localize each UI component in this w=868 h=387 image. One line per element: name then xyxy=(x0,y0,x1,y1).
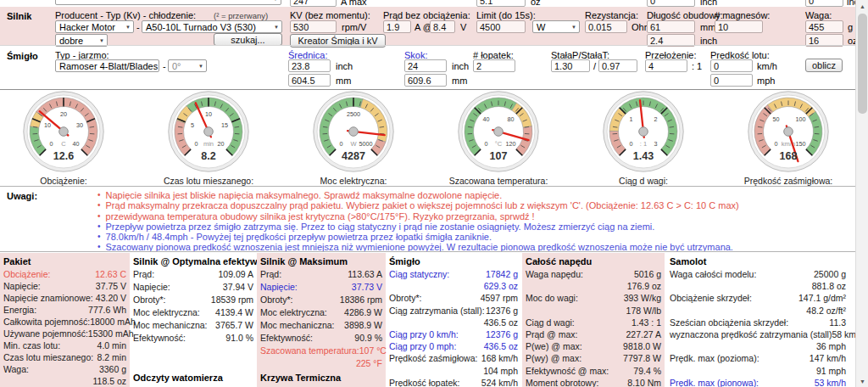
note-text: Prąd maksymalny przekracza dopuszczalny … xyxy=(106,200,739,210)
panel-row: Napięcie:37.73 V xyxy=(260,282,382,292)
manufacturer-select[interactable]: Hacker Motor▼ xyxy=(55,20,134,33)
panel-row-label: Używane pojemność: xyxy=(3,328,88,339)
motor-type-select[interactable]: A50-10L Turnado V3 (530)▼ xyxy=(142,20,282,33)
panel-title: Samolot xyxy=(670,256,706,266)
panel-row-value: 436.5 oz xyxy=(484,341,518,351)
gauge-electric-power-label: Moc elektryczna: xyxy=(281,176,426,186)
scroll-up-icon[interactable]: ▲ xyxy=(857,0,868,12)
panel-row-label: Obciążenie: xyxy=(3,269,50,279)
interrupted-note: (² = przerwany) xyxy=(214,11,268,20)
panel-row: Waga całości modelu:25000 g xyxy=(670,269,846,279)
panel-row: Prędkość zaśmigłowa:168 km/h xyxy=(389,353,518,363)
note-text: przewidywana temperatura obudowy silnika… xyxy=(106,211,535,222)
power-limit-input[interactable] xyxy=(476,20,526,33)
panel-row: Używane pojemność:15300 mAh xyxy=(3,328,126,339)
kv-input[interactable] xyxy=(290,20,337,33)
noload-current-input[interactable] xyxy=(383,20,411,33)
panel-row: 36 mph xyxy=(670,341,846,351)
magnet-count-input[interactable] xyxy=(715,20,763,33)
kv-unit: rpm/V xyxy=(342,22,366,32)
gauge-tick-label: 40 xyxy=(483,115,490,123)
diameter-inch-input[interactable] xyxy=(288,59,331,72)
gauge-tick-label: 100 xyxy=(795,115,805,123)
panel-row-label: Prąd: xyxy=(133,269,154,279)
gauge-tick-label: 0 xyxy=(630,140,633,148)
panel-row: Całkowita pojemność:18000 mAh xyxy=(3,317,126,327)
calc-button[interactable]: oblicz xyxy=(805,59,843,72)
prop-type-select[interactable]: Ramoser 4-Blatt/Blades▼ xyxy=(55,59,159,72)
gauge-tick-label: 30 xyxy=(76,121,83,129)
chevron-down-icon: ▼ xyxy=(274,25,279,30)
gauge-mixed-flight-time: 05101520min8.2 xyxy=(163,90,254,172)
panel-row-label: Prąd: xyxy=(260,269,281,279)
panel-row: Waga napędu:5016 g xyxy=(526,269,661,279)
section-divider xyxy=(0,251,855,252)
panel-row: Napięcie:37.94 V xyxy=(133,282,253,292)
pitch-mm-input[interactable] xyxy=(404,74,447,87)
section-divider xyxy=(0,45,855,46)
panel-row-value: 12376 g xyxy=(486,306,518,316)
previous-row-length-input[interactable] xyxy=(647,0,695,7)
gear-ratio-suffix: : 1 xyxy=(692,61,702,71)
gauge-tick-label: 0 xyxy=(340,140,343,148)
search-button[interactable]: szukaj... xyxy=(214,33,282,46)
note-item: •przewidywana temperatura obudowy silnik… xyxy=(97,211,739,222)
note-item: •Prąd maksymalny przekracza dopuszczalny… xyxy=(97,200,739,210)
pitch-inch-unit: inch xyxy=(452,61,469,71)
previous-row-weight-input[interactable] xyxy=(476,0,526,7)
panel-row-label: Napięcie znamionowe: xyxy=(3,293,93,303)
noload-voltage-unit: V xyxy=(460,22,466,32)
case-length-mm-input[interactable] xyxy=(647,20,695,33)
panel-row: 178 W/lb xyxy=(526,306,661,316)
panel-row-value: 37.75 V xyxy=(96,281,126,291)
panel-row-label: Prędk. max (pionowa): xyxy=(670,378,759,387)
yoke-select[interactable]: 0°▼ xyxy=(168,59,207,72)
gear-ratio-input[interactable] xyxy=(645,59,687,72)
note-text: Przepływ powietrza przez śmigło zatrzyma… xyxy=(106,222,655,232)
panel-row-value: 107 °C xyxy=(359,345,387,356)
previous-row-current-input[interactable] xyxy=(290,0,337,7)
gauge-unit: W xyxy=(350,140,357,148)
previous-row-select[interactable]: ▼ xyxy=(55,0,281,5)
panel-row: 881.8 oz xyxy=(670,281,846,291)
gauge-tick-label: 15 xyxy=(221,121,228,129)
panel-row-value: 43.20 V xyxy=(96,293,126,303)
manufacturer-type-label: Producent - Typ (Kv) - chłodzenie: xyxy=(55,10,196,20)
bullet-icon: • xyxy=(97,232,101,242)
panel-row-label: Całkowita pojemność: xyxy=(3,317,90,327)
pitch-inch-input[interactable] xyxy=(404,59,447,72)
panel-row-value: 3765.7 W xyxy=(215,320,253,330)
prop-const-input[interactable] xyxy=(551,59,590,72)
gauge-electric-power: 025005000W4287 xyxy=(308,90,399,172)
gauge-load-label: Obciążenie: xyxy=(0,176,136,186)
panel-row-value: 53 km/h xyxy=(815,378,846,387)
blade-count-input[interactable] xyxy=(473,59,515,72)
previous-row-size-input[interactable] xyxy=(805,0,843,7)
panel-row: Prąd:113.63 A xyxy=(260,269,382,279)
resistance-input[interactable] xyxy=(585,20,627,33)
gauge-value: 168 xyxy=(780,150,798,162)
panel-row: Moment obrotowy:8.10 Nm xyxy=(526,378,661,387)
panel-row: 48.2 oz/ft² xyxy=(670,306,846,316)
panel-row-value: 36 mph xyxy=(816,341,846,351)
motor-weight-g-input[interactable] xyxy=(805,20,843,33)
flight-speed-kmh-input[interactable] xyxy=(710,59,753,72)
scrollbar-thumb[interactable] xyxy=(858,14,867,114)
panel-row-value: 91 mph xyxy=(816,366,846,376)
vertical-scrollbar[interactable]: ▲ ▼ xyxy=(855,0,868,387)
gauge-tick-label: 10 xyxy=(44,121,51,129)
limit-unit-select[interactable]: W▼ xyxy=(532,20,580,33)
gauge-tick-label: 80 xyxy=(507,115,514,123)
scroll-down-icon[interactable]: ▼ xyxy=(857,375,868,387)
thrust-const-input[interactable] xyxy=(598,59,637,72)
flight-speed-mph-input[interactable] xyxy=(710,74,753,87)
panel-row-label: Waga całości modelu: xyxy=(670,269,756,279)
noload-voltage-input[interactable] xyxy=(430,20,455,33)
motor-section-label: Silnik xyxy=(7,11,31,21)
panel-row-value: 3898.9 W xyxy=(344,320,382,330)
panel-row-value: 176.9 oz xyxy=(627,281,661,291)
diameter-mm-input[interactable] xyxy=(288,74,331,87)
panel-row: Ciąg zatrzymania (stall):12376 g xyxy=(389,306,518,316)
panel-row-value: 118.5 oz xyxy=(92,376,126,386)
panel-title: Całość napędu xyxy=(526,256,592,266)
